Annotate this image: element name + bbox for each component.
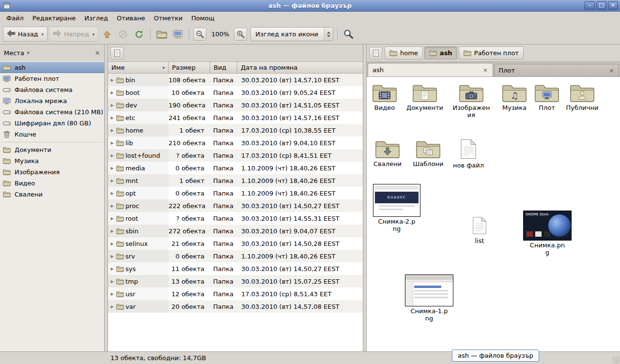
sidebar-item-3[interactable]: Локална мрежа: [0, 95, 104, 106]
expander-icon[interactable]: ▶: [109, 267, 115, 271]
reload-button[interactable]: [132, 27, 146, 42]
expander-icon[interactable]: ▶: [109, 166, 115, 170]
expander-icon[interactable]: ▶: [109, 304, 115, 309]
column-header-2[interactable]: Вид: [210, 62, 237, 74]
tab-close-icon[interactable]: ×: [479, 67, 488, 73]
expander-icon[interactable]: ▶: [109, 179, 115, 183]
back-dropdown-icon[interactable]: ▾: [42, 32, 44, 37]
sidebar-item-9[interactable]: Изображения: [0, 167, 104, 178]
sidebar-item-11[interactable]: Свалени: [0, 189, 104, 200]
icon-canvas[interactable]: ВидеоДокументиИзображения♫МузикаПлотПубл…: [367, 77, 620, 351]
expander-icon[interactable]: ▶: [109, 78, 115, 82]
expander-icon[interactable]: ▶: [109, 229, 115, 233]
file-icon-12[interactable]: Снимка-1.png: [402, 274, 456, 322]
forward-dropdown-icon[interactable]: ▾: [93, 32, 95, 37]
menu-item-1[interactable]: Редактиране: [28, 13, 80, 23]
file-row[interactable]: ▶boot 10 обекта Папка 30.03.2010 (вт) 9,…: [108, 86, 363, 99]
expander-icon[interactable]: ▶: [109, 216, 115, 221]
file-row[interactable]: ▶home 1 обект Папка 17.03.2010 (ср) 10,3…: [108, 124, 363, 136]
file-icon-4[interactable]: Плот: [527, 83, 567, 112]
expander-icon[interactable]: ▶: [109, 204, 115, 208]
maximize-icon[interactable]: □: [596, 1, 606, 10]
sidebar-item-5[interactable]: Шифриран дял (80 GB): [0, 118, 104, 129]
sidebar-item-2[interactable]: Файлова система: [0, 84, 104, 95]
file-icon-1[interactable]: Документи: [405, 83, 445, 112]
minimize-icon[interactable]: –: [585, 1, 595, 10]
file-list[interactable]: ▶bin 108 обекта Папка 30.03.2010 (вт) 14…: [108, 74, 363, 351]
file-row[interactable]: ▶var 20 обекта Папка 30.03.2010 (вт) 14,…: [108, 300, 363, 313]
file-row[interactable]: ▶selinux 21 обекта Папка 30.03.2010 (вт)…: [108, 237, 363, 250]
close-icon[interactable]: ×: [608, 1, 618, 10]
expander-icon[interactable]: ▶: [109, 128, 115, 133]
combo-spin-icon[interactable]: [324, 28, 333, 41]
location-toggle-button[interactable]: [110, 47, 124, 60]
file-row[interactable]: ▶sbin 272 обекта Папка 30.03.2010 (вт) 9…: [108, 225, 363, 237]
file-row[interactable]: ▶etc 241 обекта Папка 30.03.2010 (вт) 14…: [108, 111, 363, 124]
sidebar-item-6[interactable]: Кошче: [0, 129, 104, 140]
expander-icon[interactable]: ▶: [109, 279, 115, 284]
expander-icon[interactable]: ▶: [109, 292, 115, 296]
file-row[interactable]: ▶lost+found ? обекта Папка 17.03.2010 (с…: [108, 149, 363, 162]
menu-item-5[interactable]: Помощ: [187, 13, 219, 23]
expander-icon[interactable]: ▶: [109, 191, 115, 196]
breadcrumb-0[interactable]: home: [385, 46, 423, 60]
menu-item-2[interactable]: Изглед: [80, 13, 112, 23]
expander-icon[interactable]: ▶: [109, 116, 115, 120]
zoom-out-button[interactable]: [193, 28, 206, 41]
file-icon-6[interactable]: Свалени: [368, 139, 407, 168]
home-button[interactable]: [155, 27, 169, 42]
expander-icon[interactable]: ▶: [109, 242, 115, 246]
menu-item-0[interactable]: Файл: [2, 13, 28, 23]
sidebar-item-10[interactable]: Видео: [0, 178, 104, 189]
file-row[interactable]: ▶opt 0 обекта Папка 1.10.2009 (чт) 18,40…: [108, 187, 363, 199]
file-row[interactable]: ▶root ? обекта Папка 30.03.2010 (вт) 14,…: [108, 212, 363, 225]
expander-icon[interactable]: ▶: [109, 141, 115, 145]
file-icon-8[interactable]: нов файл: [449, 139, 488, 169]
menu-item-3[interactable]: Отиване: [112, 13, 149, 23]
file-icon-7[interactable]: Шаблони: [408, 139, 448, 168]
sidebar-item-1[interactable]: Работен плот: [0, 73, 104, 84]
menu-item-4[interactable]: Отметки: [149, 13, 186, 23]
file-row[interactable]: ▶bin 108 обекта Папка 30.03.2010 (вт) 14…: [108, 74, 363, 86]
expander-icon[interactable]: ▶: [109, 153, 115, 158]
tab-1[interactable]: Плот ×: [494, 64, 620, 76]
file-icon-9[interactable]: GUADECСнимка-2.png: [370, 184, 424, 232]
forward-button[interactable]: Напред ▾: [49, 27, 98, 42]
up-button[interactable]: [100, 27, 114, 42]
expander-icon[interactable]: ▶: [109, 91, 115, 95]
sidebar-item-8[interactable]: Музика: [0, 155, 104, 167]
sidebar-title[interactable]: Места: [4, 49, 24, 57]
back-button[interactable]: Назад ▾: [3, 27, 47, 42]
search-button[interactable]: [341, 27, 356, 42]
file-row[interactable]: ▶dev 190 обекта Папка 30.03.2010 (вт) 14…: [108, 99, 363, 111]
column-header-1[interactable]: Размер: [169, 62, 210, 74]
file-row[interactable]: ▶proc 222 обекта Папка 30.03.2010 (вт) 1…: [108, 199, 363, 212]
column-header-0[interactable]: Име▾: [108, 62, 169, 74]
sidebar-item-4[interactable]: Файлова система (210 MB): [0, 106, 104, 118]
breadcrumb-2[interactable]: Работен плот: [459, 46, 524, 60]
column-header-3[interactable]: Дата на промяна: [237, 62, 363, 74]
file-row[interactable]: ▶usr 12 обекта Папка 17.03.2010 (ср) 8,5…: [108, 288, 363, 300]
sidebar-item-0[interactable]: ash: [0, 62, 104, 73]
stop-button[interactable]: [116, 27, 130, 42]
file-row[interactable]: ▶mnt 1 обект Папка 1.10.2009 (чт) 18,40,…: [108, 174, 363, 187]
expander-icon[interactable]: ▶: [109, 103, 115, 107]
file-row[interactable]: ▶srv 0 обекта Папка 1.10.2009 (чт) 18,40…: [108, 250, 363, 262]
sidebar-close-icon[interactable]: ×: [94, 49, 100, 56]
tab-0[interactable]: ash ×: [368, 63, 493, 76]
location-toggle-button[interactable]: [369, 47, 382, 60]
file-icon-10[interactable]: list: [460, 216, 499, 245]
resize-grip-icon[interactable]: [613, 357, 620, 364]
file-icon-5[interactable]: Публични: [562, 83, 602, 112]
file-row[interactable]: ▶media 0 обекта Папка 1.10.2009 (чт) 18,…: [108, 162, 363, 174]
file-icon-11[interactable]: GNOME StoreСнимка.png: [520, 211, 574, 256]
file-row[interactable]: ▶lib 210 обекта Папка 30.03.2010 (вт) 9,…: [108, 136, 363, 149]
computer-button[interactable]: [170, 27, 185, 42]
view-mode-select[interactable]: Изглед като икони: [250, 27, 333, 41]
tab-close-icon[interactable]: ×: [605, 67, 614, 74]
expander-icon[interactable]: ▶: [109, 254, 115, 258]
zoom-in-button[interactable]: [234, 28, 247, 41]
titlebar[interactable]: ash — файлов браузър – □ ×: [0, 0, 620, 12]
sidebar-item-7[interactable]: Документи: [0, 144, 104, 155]
file-icon-0[interactable]: Видео: [367, 83, 404, 112]
